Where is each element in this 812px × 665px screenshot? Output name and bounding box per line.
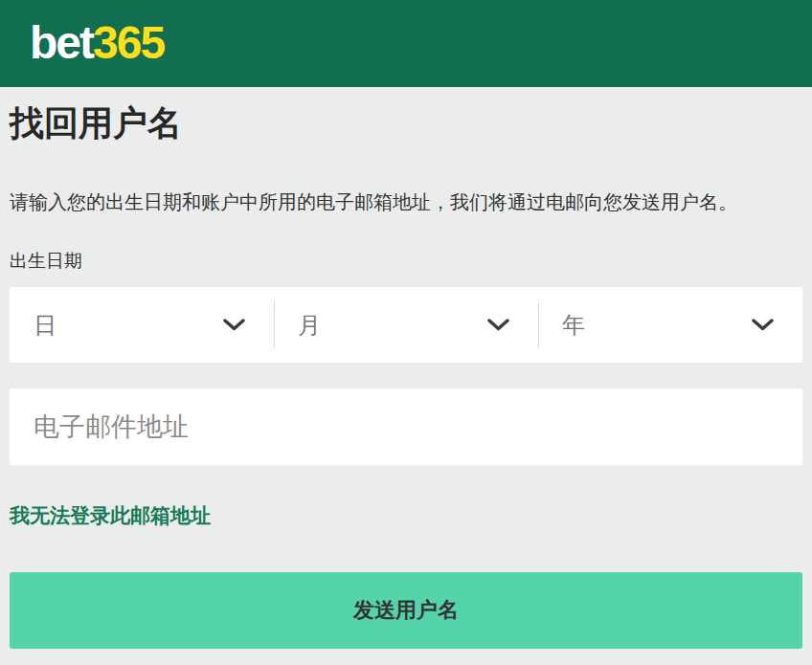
- logo-text-365: 365: [93, 20, 164, 66]
- main-content: 找回用户名 请输入您的出生日期和账户中所用的电子邮箱地址，我们将通过电邮向您发送…: [0, 87, 812, 649]
- chevron-down-icon: [487, 319, 509, 331]
- chevron-down-icon: [223, 319, 245, 331]
- email-input[interactable]: [10, 388, 802, 465]
- page-header: bet365: [0, 0, 812, 87]
- logo-text-bet: bet: [30, 20, 93, 66]
- date-of-birth-row: 日 月 年: [10, 287, 802, 363]
- day-select[interactable]: 日: [10, 287, 274, 363]
- day-select-value: 日: [34, 310, 56, 341]
- cant-access-email-link[interactable]: 我无法登录此邮箱地址: [10, 503, 211, 528]
- date-of-birth-label: 出生日期: [10, 250, 802, 273]
- page-title: 找回用户名: [10, 87, 802, 144]
- year-select[interactable]: 年: [538, 287, 802, 363]
- instruction-text: 请输入您的出生日期和账户中所用的电子邮箱地址，我们将通过电邮向您发送用户名。: [10, 190, 802, 213]
- month-select[interactable]: 月: [274, 287, 538, 363]
- bet365-logo[interactable]: bet365: [30, 20, 164, 68]
- year-select-value: 年: [562, 310, 585, 341]
- chevron-down-icon: [752, 319, 774, 331]
- month-select-value: 月: [298, 310, 321, 341]
- send-username-button[interactable]: 发送用户名: [10, 572, 802, 649]
